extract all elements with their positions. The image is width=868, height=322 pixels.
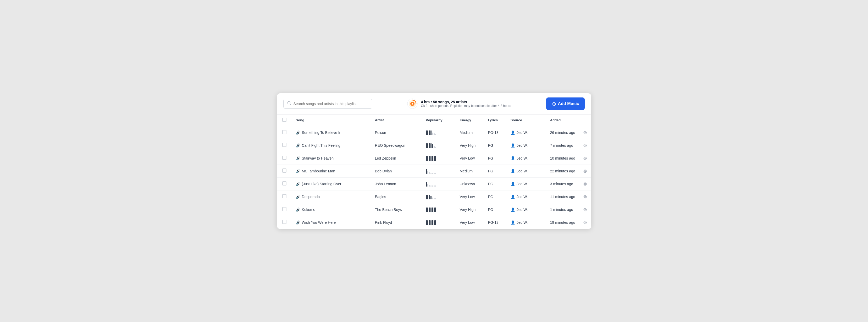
row-checkbox-cell (277, 177, 292, 190)
row-artist-cell: Poison (371, 126, 422, 139)
user-icon: 👤 (510, 130, 515, 135)
remove-song-button[interactable]: ⊗ (583, 195, 587, 199)
remove-song-button[interactable]: ⊗ (583, 207, 587, 212)
added-time: 1 minutes ago (550, 207, 573, 212)
popularity-bars (426, 194, 451, 199)
popularity-bars (426, 169, 451, 174)
song-title: Stairway to Heaven (302, 156, 334, 160)
sound-icon: 🔊 (296, 221, 300, 225)
row-energy-cell: Very Low (455, 152, 484, 165)
row-source-cell: 👤 Jed W. (506, 216, 546, 229)
song-cell: 🔊 Desperado (296, 195, 367, 199)
table-row: 🔊 Kokomo The Beach BoysVery HighPG 👤 Jed… (277, 203, 591, 216)
row-added-cell: 3 minutes ago⊗ (546, 177, 591, 190)
row-song-cell: 🔊 Something To Believe In (292, 126, 371, 139)
row-checkbox-cell (277, 203, 292, 216)
song-title: (Just Like) Starting Over (302, 182, 341, 186)
source-name: Jed W. (517, 143, 528, 147)
row-checkbox-cell (277, 152, 292, 165)
source-cell: 👤 Jed W. (510, 130, 542, 135)
header-popularity: Popularity (422, 115, 455, 126)
song-cell: 🔊 Stairway to Heaven (296, 156, 367, 160)
source-name: Jed W. (517, 182, 528, 186)
remove-song-button[interactable]: ⊗ (583, 156, 587, 160)
row-added-cell: 26 minutes ago⊗ (546, 126, 591, 139)
row-energy-cell: Medium (455, 126, 484, 139)
song-title: Something To Believe In (302, 130, 341, 135)
row-song-cell: 🔊 Mr. Tambourine Man (292, 165, 371, 177)
source-cell: 👤 Jed W. (510, 207, 542, 212)
popularity-bars (426, 156, 451, 161)
row-source-cell: 👤 Jed W. (506, 165, 546, 177)
source-cell: 👤 Jed W. (510, 195, 542, 199)
popularity-bars (426, 181, 451, 186)
user-icon: 👤 (510, 182, 515, 186)
source-cell: 👤 Jed W. (510, 221, 542, 225)
user-icon: 👤 (510, 143, 515, 147)
popularity-bars (426, 220, 451, 225)
table-row: 🔊 Wish You Were Here Pink FloydVery LowP… (277, 216, 591, 229)
add-music-button[interactable]: ⊕ Add Music (546, 97, 585, 110)
sound-icon: 🔊 (296, 130, 300, 135)
row-song-cell: 🔊 Wish You Were Here (292, 216, 371, 229)
row-checkbox[interactable] (282, 181, 286, 185)
header-song: Song (292, 115, 371, 126)
search-wrapper[interactable] (283, 99, 372, 109)
row-popularity-cell (422, 190, 455, 203)
song-title: Wish You Were Here (302, 221, 336, 225)
user-icon: 👤 (510, 221, 515, 225)
row-artist-cell: Pink Floyd (371, 216, 422, 229)
row-lyrics-cell: PG-13 (484, 126, 506, 139)
remove-song-button[interactable]: ⊗ (583, 181, 587, 186)
row-checkbox[interactable] (282, 220, 286, 224)
row-checkbox[interactable] (282, 143, 286, 147)
row-energy-cell: Very High (455, 203, 484, 216)
row-checkbox[interactable] (282, 207, 286, 211)
song-title: Desperado (302, 195, 320, 199)
sound-icon: 🔊 (296, 156, 300, 160)
select-all-checkbox[interactable] (282, 118, 286, 122)
source-name: Jed W. (517, 195, 528, 199)
remove-song-button[interactable]: ⊗ (583, 143, 587, 148)
row-source-cell: 👤 Jed W. (506, 190, 546, 203)
row-checkbox-cell (277, 165, 292, 177)
search-input[interactable] (293, 101, 368, 106)
added-time: 22 minutes ago (550, 169, 575, 173)
row-popularity-cell (422, 126, 455, 139)
row-source-cell: 👤 Jed W. (506, 177, 546, 190)
source-name: Jed W. (517, 130, 528, 135)
row-checkbox[interactable] (282, 130, 286, 134)
remove-song-button[interactable]: ⊗ (583, 220, 587, 225)
added-time: 3 minutes ago (550, 182, 573, 186)
search-icon (287, 101, 291, 106)
popularity-bars (426, 130, 451, 135)
added-time: 10 minutes ago (550, 156, 575, 160)
popularity-bars (426, 207, 451, 212)
svg-line-1 (290, 104, 291, 105)
songs-table: Song Artist Popularity Energy Lyrics Sou… (277, 115, 591, 229)
row-energy-cell: Very Low (455, 190, 484, 203)
table-row: 🔊 Desperado EaglesVery LowPG 👤 Jed W. 11… (277, 190, 591, 203)
row-popularity-cell (422, 177, 455, 190)
user-icon: 👤 (510, 156, 515, 160)
remove-song-button[interactable]: ⊗ (583, 130, 587, 135)
playlist-stats-subtitle: Ok for short periods. Repitition may be … (421, 104, 511, 108)
added-time: 19 minutes ago (550, 221, 575, 225)
row-checkbox-cell (277, 216, 292, 229)
row-energy-cell: Very Low (455, 216, 484, 229)
playlist-info: 4 hrs • 58 songs, 25 artists Ok for shor… (421, 100, 511, 108)
row-artist-cell: John Lennon (371, 177, 422, 190)
row-checkbox[interactable] (282, 169, 286, 173)
remove-song-button[interactable]: ⊗ (583, 169, 587, 173)
row-artist-cell: Eagles (371, 190, 422, 203)
song-cell: 🔊 Can't Fight This Feeling (296, 143, 367, 147)
header-energy: Energy (455, 115, 484, 126)
row-checkbox[interactable] (282, 156, 286, 160)
source-name: Jed W. (517, 221, 528, 225)
row-checkbox[interactable] (282, 194, 286, 198)
added-time: 26 minutes ago (550, 130, 575, 135)
song-cell: 🔊 (Just Like) Starting Over (296, 182, 367, 186)
header-added: Added (546, 115, 591, 126)
source-name: Jed W. (517, 156, 528, 160)
row-lyrics-cell: PG-13 (484, 216, 506, 229)
